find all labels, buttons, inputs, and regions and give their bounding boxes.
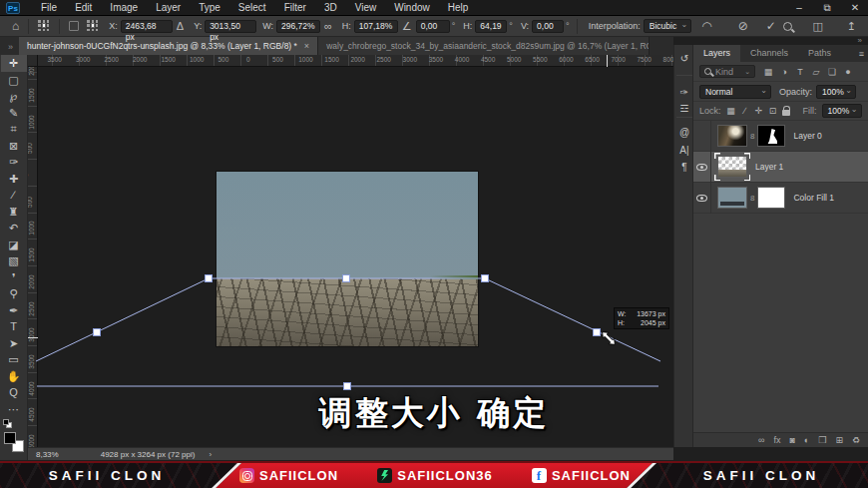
visibility-toggle[interactable]	[693, 121, 711, 152]
clone-stamp-tool[interactable]: ♜	[1, 204, 27, 221]
layer-row[interactable]: Layer 1	[693, 152, 868, 183]
blend-mode-select[interactable]: Normal	[699, 85, 771, 99]
blur-tool[interactable]: ❜	[1, 269, 27, 286]
share-icon[interactable]: ↥	[843, 20, 860, 33]
document-tab-2[interactable]: waly_chrobrego_stock_34_by_asiaanderic_s…	[318, 37, 650, 55]
menu-filter[interactable]: Filter	[275, 0, 315, 15]
close-tab-icon[interactable]: ×	[304, 41, 309, 51]
menu-file[interactable]: File	[32, 0, 66, 15]
visibility-toggle[interactable]	[693, 152, 711, 183]
transform-handle[interactable]	[206, 275, 213, 282]
tab-paths[interactable]: Paths	[798, 45, 841, 62]
layer-mask-thumbnail[interactable]	[757, 125, 785, 147]
brushes-panel-icon[interactable]: ☲	[674, 103, 694, 114]
filter-shape-layers-icon[interactable]: ▱	[810, 67, 822, 77]
character-styles-panel-icon[interactable]: @	[674, 127, 694, 138]
edit-toolbar[interactable]: ⋯	[1, 401, 27, 418]
tab-channels[interactable]: Channels	[740, 45, 798, 62]
zoom-level-field[interactable]: 8,33%	[36, 450, 59, 459]
frame-tool[interactable]: ⊠	[1, 138, 27, 155]
new-layer-icon[interactable]: ⊞	[835, 434, 843, 447]
dodge-tool[interactable]: ⚲	[1, 285, 27, 302]
layer-thumbnail[interactable]	[717, 156, 747, 178]
transform-handle[interactable]	[482, 275, 489, 282]
lock-all-icon[interactable]	[782, 110, 790, 116]
y-position-field[interactable]: 3013,50 px	[205, 20, 256, 33]
menu-view[interactable]: View	[346, 0, 386, 15]
lock-artboard-icon[interactable]: ⊡	[768, 106, 778, 116]
restore-button[interactable]: ⧉	[818, 0, 836, 15]
marquee-tool[interactable]: ▢	[1, 72, 27, 89]
menu-image[interactable]: Image	[101, 0, 147, 15]
warp-mode-icon[interactable]: ◠	[697, 19, 715, 33]
lasso-tool[interactable]: ℘	[1, 88, 27, 105]
transform-handle[interactable]	[94, 329, 101, 336]
lock-transparent-pixels-icon[interactable]: ▦	[726, 106, 736, 116]
toggle-reference-point-checkbox[interactable]	[69, 21, 79, 31]
gradient-tool[interactable]: ▧	[1, 252, 27, 269]
tab-layers[interactable]: Layers	[693, 45, 740, 62]
tab-overflow-chevron-icon[interactable]: »	[0, 42, 19, 55]
maintain-aspect-ratio-icon[interactable]: ∞	[320, 20, 336, 32]
add-layer-mask-icon[interactable]: ◙	[789, 434, 794, 447]
healing-brush-tool[interactable]: ✚	[1, 171, 27, 188]
move-tool[interactable]: ✛	[1, 55, 27, 72]
history-brush-tool[interactable]: ↶	[1, 220, 27, 237]
filter-adjustment-layers-icon[interactable]: ◑	[778, 67, 790, 77]
filter-smart-objects-icon[interactable]: ❏	[826, 67, 838, 77]
path-selection-tool[interactable]: ➤	[1, 335, 27, 352]
menu-window[interactable]: Window	[385, 0, 439, 15]
canvas-area[interactable]: 3500300025002000150010005000500100015002…	[28, 55, 673, 447]
eyedropper-tool[interactable]: ✑	[1, 154, 27, 171]
layer-row[interactable]: 8Layer 0	[693, 121, 868, 152]
width-scale-field[interactable]: 296,72%	[276, 20, 320, 33]
search-icon[interactable]	[783, 22, 792, 31]
menu-select[interactable]: Select	[229, 0, 275, 15]
visibility-toggle[interactable]	[693, 183, 711, 214]
reference-point-locator[interactable]	[87, 20, 99, 32]
vertical-skew-field[interactable]: 0,00	[532, 20, 564, 33]
layer-thumbnail[interactable]	[717, 187, 747, 209]
crop-tool[interactable]: ⌗	[1, 121, 27, 138]
filter-toggle-icon[interactable]: ●	[842, 67, 854, 77]
horizontal-skew-field[interactable]: 64,19	[475, 20, 507, 33]
menu-3d[interactable]: 3D	[315, 0, 346, 15]
eraser-tool[interactable]: ◪	[1, 237, 27, 253]
menu-layer[interactable]: Layer	[147, 0, 190, 15]
opacity-select[interactable]: 100%	[816, 85, 856, 99]
interpolation-select[interactable]: Bicubic	[644, 19, 691, 33]
quick-selection-tool[interactable]: ✎	[1, 105, 27, 122]
shape-tool[interactable]: ▭	[1, 351, 27, 368]
transform-handle[interactable]	[344, 383, 351, 390]
layer-thumbnail[interactable]	[717, 125, 747, 147]
transform-handle[interactable]	[594, 329, 601, 336]
collapse-panels-chevron-icon[interactable]: »	[858, 36, 862, 45]
hand-tool[interactable]: ✋	[1, 368, 27, 385]
delete-layer-icon[interactable]: ♻	[852, 434, 860, 447]
workspace-switcher-icon[interactable]: ◫	[808, 20, 826, 33]
lock-image-pixels-icon[interactable]: ∕	[740, 106, 750, 116]
panel-menu-icon[interactable]: ≡	[859, 49, 864, 59]
menu-type[interactable]: Type	[190, 0, 229, 15]
layer-effects-icon[interactable]: fx	[773, 434, 780, 447]
relative-positioning-icon[interactable]: Δ	[173, 20, 188, 32]
height-scale-field[interactable]: 107,18%	[354, 20, 398, 33]
menu-help[interactable]: Help	[439, 0, 478, 15]
layer-row[interactable]: 8Color Fill 1	[693, 183, 868, 214]
x-position-field[interactable]: 2463,68 px	[121, 20, 173, 33]
type-tool[interactable]: T	[1, 318, 27, 335]
fill-select[interactable]: 100%	[822, 104, 862, 118]
home-icon[interactable]: ⌂	[8, 19, 23, 33]
default-colors-icon[interactable]	[3, 419, 12, 428]
new-adjustment-layer-icon[interactable]: ◐	[804, 434, 809, 447]
new-group-icon[interactable]: ❒	[818, 434, 826, 447]
lock-position-icon[interactable]: ✛	[754, 106, 764, 116]
link-layers-icon[interactable]: ∞	[758, 434, 764, 447]
rotation-field[interactable]: 0,00	[416, 20, 450, 33]
history-panel-icon[interactable]: ↺	[674, 53, 694, 64]
brush-tool[interactable]: ∕	[1, 187, 27, 204]
foreground-color-swatch[interactable]	[4, 432, 16, 444]
brush-settings-panel-icon[interactable]: ✑	[674, 87, 694, 98]
minimize-button[interactable]: –	[790, 0, 808, 15]
filter-kind-select[interactable]: Kind ⌄	[699, 65, 755, 78]
